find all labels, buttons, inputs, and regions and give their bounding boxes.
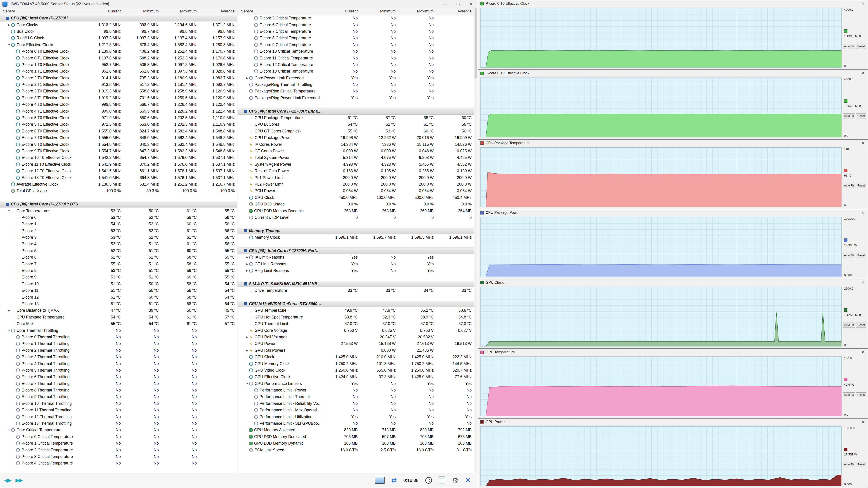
sensor-row[interactable]: P-core 2 Thermal ThrottlingNoNoNo: [0, 347, 237, 354]
sensor-row[interactable]: P-core 5 Thermal ThrottlingNoNoNo: [0, 367, 237, 373]
settings-gear-icon[interactable]: ⚙: [452, 477, 459, 484]
sensor-row[interactable]: ϟTotal System Power5.314 W4.075 W6.203 W…: [238, 154, 474, 161]
scrollbar-thumb[interactable]: [474, 8, 477, 78]
sensor-row[interactable]: P-core 3 Thermal ThrottlingNoNoNo: [0, 354, 237, 360]
auto-fit-button[interactable]: Auto Fit: [843, 392, 855, 397]
sensor-row[interactable]: ↓P-core 154 °C52 °C60 °C56 °C: [0, 221, 237, 227]
sensor-row[interactable]: Performance Limit - Reliability VoltageN…: [238, 400, 474, 407]
expand-arrow-icon[interactable]: ▶: [245, 77, 249, 79]
sensor-row[interactable]: Performance Limit - ThermalNoNoNoNo: [238, 393, 474, 400]
sensor-row[interactable]: ↓CPU IA Cores54 °C52 °C61 °C56 °C: [238, 121, 474, 128]
sensor-row[interactable]: GPU Video Clock1,260.0 MHz555.0 MHz1,260…: [238, 367, 474, 373]
close-icon[interactable]: ✕: [859, 211, 866, 215]
sensor-row[interactable]: P-core 2 Critical TemperatureNoNoNo: [0, 447, 237, 453]
collapse-arrow-icon[interactable]: ▼: [7, 329, 11, 332]
sensor-row[interactable]: E-core 7 Critical TemperatureNoNoNo: [238, 28, 474, 35]
sensor-row[interactable]: E-core 10 T0 Effective Clock1,542.2 MHz8…: [0, 154, 237, 161]
sensor-row[interactable]: Performance Limit - PowerNoNoNoNo: [238, 387, 474, 393]
sensor-row[interactable]: Performance Limit - SLI GPUBoost SyncNoN…: [238, 420, 474, 427]
collapse-arrow-icon[interactable]: ▼: [7, 429, 11, 431]
sensor-row[interactable]: P-core 5 T1 Effective Clock972.3 MHz553.…: [0, 121, 237, 128]
section-header-row[interactable]: CPU [#0]: Intel Core i7-12700H: [0, 15, 237, 22]
auto-fit-button[interactable]: Auto Fit: [843, 323, 855, 327]
sensor-row[interactable]: GPU D3D Usage0.0 %0.0 %0.0 %0.0 %: [238, 201, 474, 207]
sensor-row[interactable]: E-core 13 Critical TemperatureNoNoNo: [238, 68, 474, 74]
sensor-row[interactable]: ↓E-core 1051 °C50 °C58 °C54 °C: [0, 281, 237, 287]
sensor-row[interactable]: ϟIA Cores Power14.384 W7.336 W15.115 W14…: [238, 141, 474, 148]
graph-titlebar[interactable]: GPU Temperature✕: [478, 349, 868, 356]
sensor-row[interactable]: ϟGPU Power27.553 W15.188 W27.613 W16.513…: [238, 340, 474, 347]
header-current[interactable]: Current: [322, 9, 360, 13]
header-current[interactable]: Current: [85, 9, 123, 13]
sensor-row[interactable]: ▼↓Core Temperatures53 °C50 °C61 °C55 °C: [0, 207, 237, 214]
sensor-row[interactable]: ↓P-core 552 °C51 °C60 °C55 °C: [0, 248, 237, 254]
sensor-row[interactable]: E-core 10 Thermal ThrottlingNoNoNo: [0, 400, 237, 407]
sensor-row[interactable]: P-core 3 T0 Effective Clock1,019.3 MHz55…: [0, 88, 237, 95]
graph-titlebar[interactable]: E-core 8 T0 Effective Clock✕: [478, 70, 868, 77]
sensor-row[interactable]: E-core 12 T0 Effective Clock1,541.5 MHz8…: [0, 168, 237, 174]
reset-button[interactable]: Reset: [856, 44, 866, 49]
graph-titlebar[interactable]: CPU Package Power✕: [478, 209, 868, 216]
sensor-row[interactable]: ↓E-core 1351 °C51 °C58 °C54 °C: [0, 301, 237, 307]
auto-fit-button[interactable]: Auto Fit: [843, 113, 855, 119]
sensor-row[interactable]: ▶Core Power Limit ExceededYesYesYes: [238, 75, 474, 82]
sensor-row[interactable]: E-core 6 T0 Effective Clock1,555.0 MHz82…: [0, 128, 237, 134]
sensor-row[interactable]: Performance Limit - Max Operating V...No…: [238, 407, 474, 414]
sensor-row[interactable]: P-core 4 Critical TemperatureNoNoNo: [0, 460, 237, 466]
sensor-row[interactable]: Ring/LLC Clock1,097.3 MHz1,097.3 MHz1,19…: [0, 35, 237, 41]
sensor-row[interactable]: P-core 3 T1 Effective Clock1,019.2 MHz70…: [0, 95, 237, 101]
sensor-row[interactable]: P-core 0 T0 Effective Clock1,139.8 MHz40…: [0, 48, 237, 55]
sensor-row[interactable]: ↓E-core 953 °C51 °C60 °C55 °C: [0, 274, 237, 281]
sensor-row[interactable]: E-core 9 Critical TemperatureNoNoNo: [238, 41, 474, 48]
sensor-row[interactable]: ↓GPU Thermal Limit87.0 °C87.0 °C87.0 °C8…: [238, 321, 474, 327]
sensor-row[interactable]: GPU D3D Memory Dynamic105 MB100 MB108 MB…: [238, 440, 474, 447]
graph-titlebar[interactable]: CPU Package Temperature✕: [478, 140, 868, 147]
sensor-row[interactable]: ϟGPU Core Voltage0.750 V0.625 V0.750 V0.…: [238, 327, 474, 334]
sensor-row[interactable]: ↓E-core 1151 °C50 °C58 °C54 °C: [0, 287, 237, 294]
close-icon[interactable]: ✕: [859, 420, 866, 424]
reset-button[interactable]: Reset: [856, 323, 866, 327]
section-header-row[interactable]: CPU [#0]: Intel Core i7-12700H: DTS: [0, 201, 237, 207]
close-button[interactable]: ✕: [465, 0, 478, 8]
sensor-row[interactable]: E-core 6 Critical TemperatureNoNoNo: [238, 22, 474, 28]
sensor-sync-icon[interactable]: ⇄: [392, 477, 397, 484]
header-average[interactable]: Average: [436, 9, 474, 13]
monitor-icon[interactable]: [375, 477, 384, 484]
header-maximum[interactable]: Maximum: [398, 9, 436, 13]
clock-icon[interactable]: [425, 477, 432, 484]
close-icon[interactable]: ✕: [859, 281, 866, 285]
collapse-arrow-icon[interactable]: ▼: [7, 209, 11, 212]
sensor-row[interactable]: P-core 1 T0 Effective Clock952.7 MHz506.…: [0, 62, 237, 68]
auto-fit-button[interactable]: Auto Fit: [843, 44, 855, 49]
sensor-row[interactable]: ▼Core Critical TemperatureNoNoNo: [0, 427, 237, 433]
sensor-row[interactable]: P-core 2 T0 Effective Clock914.1 MHz735.…: [0, 75, 237, 82]
close-sensors-icon[interactable]: ✕: [465, 477, 470, 484]
reset-button[interactable]: Reset: [856, 113, 866, 119]
reset-button[interactable]: Reset: [856, 183, 866, 188]
sensor-row[interactable]: P-core 0 Thermal ThrottlingNoNoNo: [0, 334, 237, 340]
sensor-row[interactable]: ▶↓Core Distance to TjMAX47 °C39 °C50 °C4…: [0, 307, 237, 314]
sensor-row[interactable]: P-core 0 T1 Effective Clock1,107.6 MHz54…: [0, 55, 237, 61]
maximize-button[interactable]: ▢: [452, 0, 465, 8]
sensor-row[interactable]: GPU Effective Clock1,424.9 MHz37.3 MHz1,…: [238, 373, 474, 380]
sensor-row[interactable]: P-core 2 T1 Effective Clock913.5 MHz517.…: [0, 82, 237, 88]
sensor-row[interactable]: E-core 12 Critical TemperatureNoNoNo: [238, 62, 474, 68]
sensor-row[interactable]: P-core 1 T1 Effective Clock951.6 MHz552.…: [0, 68, 237, 74]
sensor-row[interactable]: Package/Ring Thermal ThrottlingNoNoNo: [238, 82, 474, 88]
sensor-row[interactable]: P-core 5 Critical TemperatureNoNoNo: [238, 15, 474, 22]
sensor-row[interactable]: E-core 8 Critical TemperatureNoNoNo: [238, 35, 474, 41]
graph-titlebar[interactable]: GPU Clock✕: [478, 279, 868, 286]
sensor-row[interactable]: GPU Memory Allocated820 MB713 MB820 MB79…: [238, 427, 474, 433]
sensor-row[interactable]: P-core 4 Thermal ThrottlingNoNoNo: [0, 360, 237, 367]
expand-arrow-icon[interactable]: ▶: [245, 336, 249, 338]
sensor-row[interactable]: ↓E-core 755 °C51 °C58 °C55 °C: [0, 261, 237, 267]
sensor-row[interactable]: ↓P-core 453 °C51 °C61 °C56 °C: [0, 241, 237, 247]
sensor-row[interactable]: Bus Clock99.8 MHz99.7 MHz99.8 MHz99.8 MH…: [0, 28, 237, 35]
close-icon[interactable]: ✕: [859, 71, 866, 75]
sensor-row[interactable]: P-core 1 Critical TemperatureNoNoNo: [0, 440, 237, 447]
sensor-row[interactable]: ▼GPU Performance LimitersYesNoYesYes: [238, 380, 474, 387]
expand-arrow-icon[interactable]: ▶: [7, 309, 11, 312]
sensor-row[interactable]: ↓P-core 253 °C52 °C61 °C56 °C: [0, 228, 237, 234]
expand-arrow-icon[interactable]: ▶: [245, 256, 249, 259]
sensor-row[interactable]: P-core 4 T1 Effective Clock999.0 MHz559.…: [0, 108, 237, 115]
